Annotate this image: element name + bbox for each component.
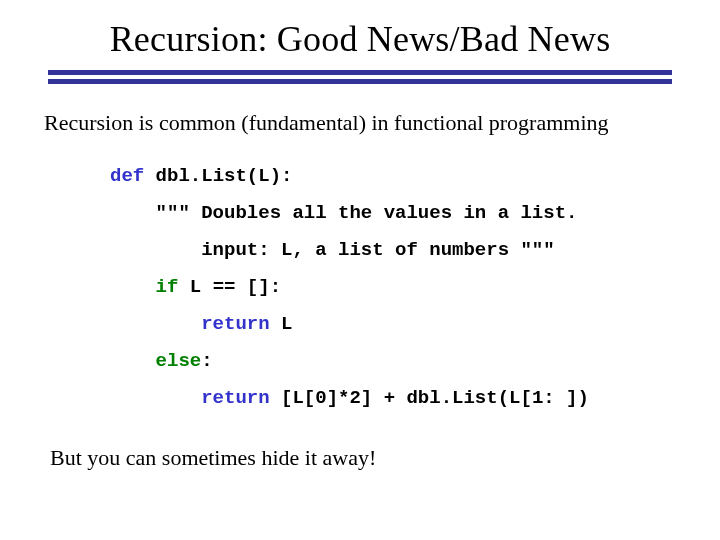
- keyword-else: else: [156, 350, 202, 372]
- code-line-5: L: [270, 313, 293, 335]
- keyword-return-2: return: [201, 387, 269, 409]
- outro-text: But you can sometimes hide it away!: [50, 445, 680, 471]
- slide-title: Recursion: Good News/Bad News: [40, 18, 680, 60]
- title-divider: [48, 70, 672, 84]
- divider-bar-top: [48, 70, 672, 75]
- code-line-2: """ Doubles all the values in a list.: [110, 202, 577, 224]
- keyword-def: def: [110, 165, 144, 187]
- code-line-6: :: [201, 350, 212, 372]
- code-line-1: dbl.List(L):: [144, 165, 292, 187]
- slide-container: Recursion: Good News/Bad News Recursion …: [0, 0, 720, 540]
- intro-text: Recursion is common (fundamental) in fun…: [44, 110, 680, 136]
- code-line-3: input: L, a list of numbers """: [110, 239, 555, 261]
- keyword-return-1: return: [201, 313, 269, 335]
- code-line-4: L == []:: [178, 276, 281, 298]
- divider-bar-bottom: [48, 79, 672, 84]
- keyword-if: if: [156, 276, 179, 298]
- code-line-7: [L[0]*2] + dbl.List(L[1: ]): [270, 387, 589, 409]
- code-block: def dbl.List(L): """ Doubles all the val…: [110, 158, 680, 417]
